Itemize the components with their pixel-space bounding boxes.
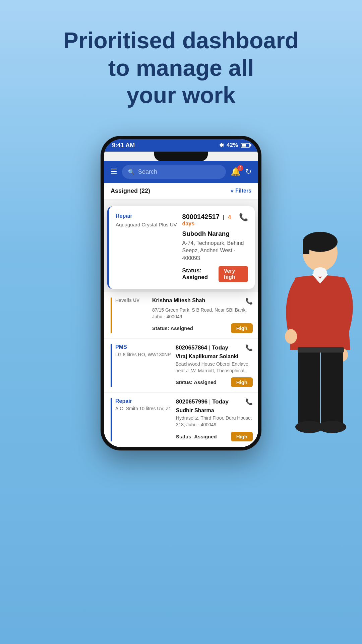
- popup-tag: Repair: [116, 213, 177, 219]
- popup-number: 8000142517: [182, 213, 220, 220]
- app-header: ☰ 🔍 Search 🔔 2 ↻: [104, 161, 258, 183]
- svg-rect-7: [298, 348, 320, 425]
- task-customer-0: Krishna Mitesh Shah: [152, 298, 205, 304]
- task-phone-2[interactable]: 📞: [245, 398, 253, 406]
- task-card-1[interactable]: PMS LG 8 litres RO, WW130NP 8020657864 |…: [104, 339, 258, 393]
- headline-line3: your work: [20, 82, 342, 109]
- task-product-2: A.O. Smith 10 litres UV, Z1: [115, 406, 171, 412]
- refresh-icon[interactable]: ↻: [245, 167, 251, 176]
- task-customer-1: Viraj Kapilkumar Solanki: [176, 354, 253, 360]
- search-icon: 🔍: [128, 169, 135, 175]
- popup-right: 8000142517 | 4 days 📞 Subodh Narang A-74…: [182, 213, 248, 282]
- time-display: 9:41 AM: [112, 142, 135, 149]
- svg-rect-11: [298, 347, 344, 353]
- task-customer-2: Sudhir Sharma: [176, 408, 253, 414]
- person-container: [261, 222, 362, 450]
- headline-line1: Prioritised dashboard: [20, 27, 342, 54]
- task-number-1: 8020657864 | Today: [176, 344, 228, 351]
- svg-rect-2: [303, 242, 309, 254]
- popup-separator: |: [223, 214, 226, 220]
- popup-status: Status: Assigned: [182, 267, 219, 281]
- filter-icon: ▿: [231, 188, 233, 194]
- popup-card[interactable]: Repair Aquaguard Crystal Plus UV 8000142…: [107, 206, 255, 289]
- task-right-0: Krishna Mitesh Shah 📞 87/15 Green Park, …: [152, 298, 253, 333]
- svg-point-4: [313, 267, 327, 277]
- assigned-bar: Assigned (22) ▿ Filters: [104, 183, 258, 200]
- page-wrapper: Prioritised dashboard to manage all your…: [0, 0, 362, 471]
- search-bar[interactable]: 🔍 Search: [122, 165, 226, 179]
- popup-customer-name: Subodh Narang: [182, 230, 248, 237]
- popup-priority-badge: Very high: [219, 266, 248, 282]
- headline-line2: to manage all: [20, 54, 342, 82]
- assigned-count: Assigned (22): [111, 187, 150, 195]
- search-placeholder: Search: [138, 168, 157, 175]
- svg-point-10: [318, 421, 346, 433]
- status-right: ✱ 42%: [219, 142, 250, 149]
- task-card[interactable]: Havells UV Krishna Mitesh Shah 📞 87/15 G…: [104, 292, 258, 339]
- battery-percentage: 42%: [227, 142, 238, 149]
- task-type-2: Repair: [115, 398, 171, 404]
- task-address-1: Beachwood House Oberoi Enclave, near J. …: [176, 361, 253, 374]
- headline-section: Prioritised dashboard to manage all your…: [0, 0, 362, 129]
- task-type-0: Havells UV: [115, 298, 147, 303]
- task-phone-0[interactable]: 📞: [245, 298, 253, 305]
- task-priority-2: High: [231, 432, 253, 441]
- popup-product: Aquaguard Crystal Plus UV: [116, 222, 177, 227]
- task-status-1: Status: Assigned: [176, 379, 217, 385]
- notch: [154, 152, 208, 161]
- phone-scene: 9:41 AM ✱ 42% ☰ 🔍 Search: [0, 129, 362, 471]
- task-status-0: Status: Assigned: [152, 325, 193, 331]
- task-type-1: PMS: [115, 344, 171, 350]
- hamburger-icon[interactable]: ☰: [111, 167, 117, 176]
- task-left-0: Havells UV: [111, 298, 147, 333]
- task-priority-0: High: [231, 323, 253, 333]
- filters-button[interactable]: ▿ Filters: [231, 188, 251, 194]
- popup-phone-icon[interactable]: 📞: [239, 213, 248, 222]
- task-left-2: Repair A.O. Smith 10 litres UV, Z1: [111, 398, 171, 441]
- task-right-2: 8020657996 | Today 📞 Sudhir Sharma Hydra…: [176, 398, 253, 441]
- bluetooth-icon: ✱: [219, 142, 224, 149]
- task-phone-1[interactable]: 📞: [245, 344, 253, 352]
- task-status-2: Status: Assigned: [176, 434, 217, 439]
- header-icons: 🔔 2 ↻: [231, 167, 251, 176]
- notification-badge: 2: [237, 165, 243, 171]
- filters-label: Filters: [235, 188, 251, 194]
- task-right-1: 8020657864 | Today 📞 Viraj Kapilkumar So…: [176, 344, 253, 387]
- svg-point-5: [285, 329, 297, 344]
- battery-icon: [241, 143, 250, 148]
- task-list: Repair Aquaguard Crystal Plus UV 8000142…: [104, 200, 258, 447]
- phone-inner: 9:41 AM ✱ 42% ☰ 🔍 Search: [104, 139, 258, 447]
- task-address-0: 87/15 Green Park, S B Road, Near SBI Ban…: [152, 307, 253, 320]
- task-product-1: LG 8 litres RO, WW130NP: [115, 352, 171, 358]
- status-bar: 9:41 AM ✱ 42%: [104, 139, 258, 152]
- task-priority-1: High: [231, 377, 253, 387]
- popup-address: A-74, Technopark, Behind Seepz, Andheri …: [182, 239, 248, 262]
- task-number-2: 8020657996 | Today: [176, 398, 229, 405]
- popup-left: Repair Aquaguard Crystal Plus UV: [116, 213, 177, 282]
- task-card-2[interactable]: Repair A.O. Smith 10 litres UV, Z1 80206…: [104, 393, 258, 447]
- task-address-2: Hydraseltz, Third Floor, Duru House, 313…: [176, 415, 253, 428]
- svg-rect-8: [321, 348, 343, 425]
- phone-frame: 9:41 AM ✱ 42% ☰ 🔍 Search: [101, 136, 261, 450]
- popup-number-row: 8000142517 | 4 days: [182, 213, 239, 227]
- task-left-1: PMS LG 8 litres RO, WW130NP: [111, 344, 171, 387]
- bell-wrapper[interactable]: 🔔 2: [231, 167, 241, 176]
